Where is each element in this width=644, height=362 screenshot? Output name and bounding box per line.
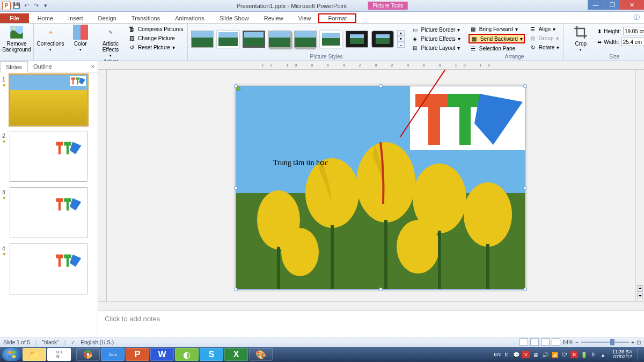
bring-forward-button[interactable]: ▦Bring Forward ▾ (469, 25, 525, 33)
task-excel[interactable]: X (224, 348, 248, 361)
vertical-scrollbar[interactable]: ⏶ ⏷ (635, 70, 644, 301)
picture-layout-button[interactable]: ⊞Picture Layout ▾ (410, 44, 461, 53)
outline-tab[interactable]: Outline (28, 61, 57, 72)
picture-border-button[interactable]: ▭Picture Border ▾ (410, 26, 461, 34)
slide-thumbnail-1[interactable] (10, 75, 87, 125)
task-coccoc[interactable]: ◐ (175, 348, 199, 361)
reading-view-button[interactable] (541, 338, 550, 346)
zoom-out-button[interactable]: − (575, 339, 579, 345)
tab-format[interactable]: Format (318, 13, 356, 23)
taskbar-clock[interactable]: 11:36 SA 07/02/17 (609, 350, 635, 359)
task-paint[interactable]: 🎨 (249, 348, 273, 361)
undo-icon[interactable]: ↶ (23, 2, 30, 10)
prev-slide-button[interactable]: ⏶ (637, 285, 643, 292)
language-label[interactable]: English (U.S.) (80, 339, 114, 345)
picture-effects-button[interactable]: ◈Picture Effects ▾ (410, 35, 461, 43)
tab-review[interactable]: Review (257, 13, 291, 23)
resize-handle-nw[interactable] (234, 84, 238, 88)
task-explorer[interactable]: 📁 (23, 348, 46, 361)
task-word[interactable]: W (150, 348, 174, 361)
slide-thumbnail-2[interactable] (10, 131, 87, 182)
remove-background-button[interactable]: Remove Background (3, 25, 30, 53)
tab-view[interactable]: View (291, 13, 319, 23)
group-button[interactable]: ⊞Group ▾ (528, 34, 560, 42)
picture-style-3[interactable] (243, 31, 265, 48)
style-scroll-up[interactable]: ▴ (397, 30, 405, 36)
picture-style-1[interactable] (191, 31, 214, 48)
compress-pictures-button[interactable]: 🗜Compress Pictures (127, 25, 184, 33)
picture-style-8[interactable] (371, 31, 394, 48)
zoom-slider[interactable] (581, 342, 629, 343)
tray-chat-icon[interactable]: 💬 (513, 351, 520, 358)
notes-pane[interactable]: Click to add notes (98, 310, 644, 337)
artistic-effects-button[interactable]: ✎ Artistic Effects ▾ (97, 25, 124, 58)
task-powerpoint[interactable]: P (126, 348, 149, 361)
normal-view-button[interactable] (519, 338, 528, 346)
fit-to-window-button[interactable]: ⊡ (636, 339, 641, 345)
tray-v-icon[interactable]: V (522, 351, 530, 358)
picture-style-6[interactable] (320, 31, 342, 48)
picture-style-7[interactable] (346, 31, 368, 48)
show-desktop-button[interactable] (638, 348, 642, 361)
corrections-button[interactable]: ☀ Corrections ▾ (37, 25, 64, 52)
sorter-view-button[interactable] (530, 338, 539, 346)
reset-picture-button[interactable]: ↺Reset Picture ▾ (127, 43, 184, 51)
slideshow-view-button[interactable] (552, 338, 560, 346)
zoom-level[interactable]: 64% (562, 339, 573, 345)
resize-handle-s[interactable] (379, 287, 383, 291)
tab-animations[interactable]: Animations (167, 13, 211, 23)
width-input[interactable]: 25.4 cm (621, 38, 644, 46)
redo-icon[interactable]: ↷ (32, 2, 40, 10)
slide-thumbnail-4[interactable] (10, 243, 87, 294)
save-icon[interactable]: 💾 (13, 2, 20, 10)
ribbon-help-icon[interactable]: ⓘ (630, 12, 644, 23)
resize-handle-e[interactable] (523, 186, 527, 190)
resize-handle-n[interactable] (379, 84, 383, 88)
tray-battery-icon[interactable]: 🔋 (580, 351, 588, 358)
tab-slideshow[interactable]: Slide Show (212, 13, 257, 23)
picture-style-2[interactable] (217, 31, 239, 48)
powerpoint-icon[interactable]: P (2, 2, 11, 10)
tray-volume-icon[interactable]: 🔊 (541, 351, 549, 358)
selection-pane-button[interactable]: ☰Selection Pane (469, 44, 525, 53)
crop-button[interactable]: Crop ▾ (567, 25, 594, 52)
panel-close-icon[interactable]: × (88, 61, 98, 72)
tray-b-icon[interactable]: B (570, 351, 578, 358)
tray-shield-icon[interactable]: 🛡 (561, 351, 568, 358)
tray-action-icon[interactable]: 🏳 (590, 351, 597, 358)
tray-display-icon[interactable]: 🖥 (532, 351, 539, 358)
slide-thumbnail-3[interactable] (10, 187, 87, 238)
tab-insert[interactable]: Insert (61, 13, 91, 23)
rotate-button[interactable]: ↻Rotate ▾ (528, 43, 560, 51)
tray-network-icon[interactable]: 📶 (551, 351, 559, 358)
send-backward-button[interactable]: ▦Send Backward ▾ (469, 34, 525, 43)
style-expand[interactable]: ⌄ (397, 42, 405, 48)
tab-design[interactable]: Design (91, 13, 124, 23)
height-input[interactable]: 19.05 cm (623, 27, 644, 35)
zoom-in-button[interactable]: + (631, 339, 634, 345)
qat-dropdown-icon[interactable]: ▾ (42, 2, 49, 10)
color-button[interactable]: Color ▾ (67, 25, 94, 52)
tray-flag-icon[interactable]: 🏳 (503, 351, 510, 358)
next-slide-button[interactable]: ⏷ (637, 293, 643, 299)
task-zalo[interactable]: Zalo (101, 348, 125, 361)
task-skype[interactable]: S (200, 348, 223, 361)
slides-tab[interactable]: Slides (0, 61, 28, 72)
horizontal-scrollbar[interactable] (107, 302, 635, 310)
align-button[interactable]: ☰Align ▾ (528, 25, 560, 33)
resize-handle-sw[interactable] (234, 287, 238, 291)
restore-button[interactable]: ❐ (604, 0, 620, 10)
style-scroll-down[interactable]: ▾ (397, 36, 405, 42)
resize-handle-ne[interactable] (523, 84, 527, 88)
start-button[interactable] (2, 348, 21, 361)
tab-file[interactable]: File (0, 13, 29, 23)
task-chrome[interactable] (76, 348, 100, 361)
tab-transitions[interactable]: Transitions (124, 13, 167, 23)
tray-lang[interactable]: EN (494, 352, 501, 357)
picture-style-4[interactable] (268, 31, 291, 48)
close-button[interactable]: ✕ (620, 0, 644, 10)
change-picture-button[interactable]: 🖼Change Picture (127, 34, 184, 42)
minimize-button[interactable]: — (588, 0, 604, 10)
task-unikey[interactable]: U IN (47, 348, 71, 361)
resize-handle-se[interactable] (523, 287, 527, 291)
